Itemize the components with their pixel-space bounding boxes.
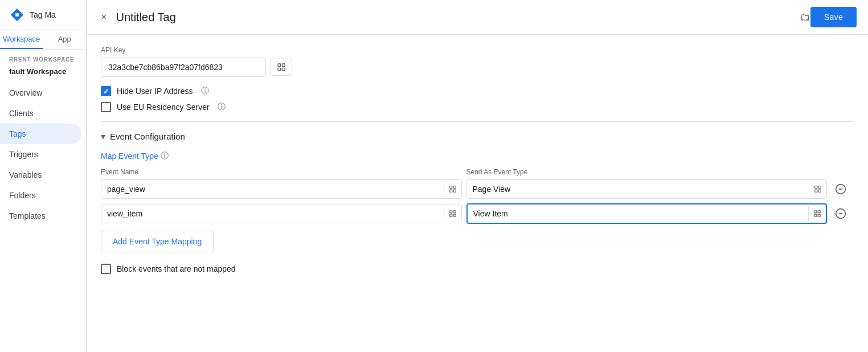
send-as-variable-btn-2[interactable]: [808, 206, 826, 221]
variable-icon-4: [813, 210, 821, 218]
svg-rect-0: [15, 13, 19, 17]
api-key-input[interactable]: [101, 58, 266, 77]
sidebar-item-templates[interactable]: Templates: [0, 206, 81, 226]
svg-rect-2: [282, 64, 285, 67]
use-eu-row: Use EU Residency Server ⓘ: [101, 102, 854, 112]
hide-ip-row: ✓ Hide User IP Address ⓘ: [101, 86, 854, 96]
section-divider: [101, 121, 854, 122]
send-as-variable-btn-1[interactable]: [809, 182, 826, 197]
event-name-wrap-1: [101, 179, 462, 199]
svg-rect-15: [449, 211, 452, 213]
api-key-section: API Key: [101, 46, 854, 77]
event-config-header: ▾ Event Configuration: [101, 131, 854, 142]
event-name-variable-btn-2[interactable]: [444, 206, 461, 221]
svg-rect-8: [449, 190, 452, 192]
svg-rect-7: [453, 190, 456, 192]
svg-rect-10: [818, 186, 821, 189]
api-key-variable-button[interactable]: [271, 59, 292, 76]
sidebar-item-clients[interactable]: Clients: [0, 103, 81, 124]
remove-icon-2: [835, 208, 846, 219]
map-event-type-label: Map Event Type: [101, 152, 158, 161]
hide-ip-help-icon[interactable]: ⓘ: [201, 86, 209, 96]
remove-row-2-button[interactable]: [832, 204, 850, 223]
event-mapping-headers: Event Name Send As Event Type: [101, 168, 854, 176]
block-events-checkbox[interactable]: [101, 264, 111, 274]
svg-rect-6: [453, 186, 456, 189]
svg-rect-4: [278, 68, 281, 71]
hide-ip-checkbox[interactable]: ✓: [101, 86, 111, 96]
svg-rect-12: [815, 190, 817, 192]
api-key-row: [101, 58, 854, 77]
event-name-input-1[interactable]: [101, 180, 444, 198]
svg-rect-17: [453, 214, 456, 216]
add-event-type-mapping-button[interactable]: Add Event Type Mapping: [101, 231, 214, 252]
send-as-input-2[interactable]: [468, 204, 809, 223]
remove-icon-1: [835, 183, 846, 195]
event-name-wrap-2: [101, 204, 462, 223]
sidebar-item-tags[interactable]: Tags: [0, 124, 81, 144]
sidebar-header: Tag Ma: [0, 0, 86, 30]
folder-icon[interactable]: 🗂: [800, 11, 810, 23]
dialog-title: Untitled Tag: [116, 11, 796, 24]
tag-dialog: × Untitled Tag 🗂 Save API Key: [87, 0, 868, 352]
map-event-type-link[interactable]: Map Event Type ⓘ: [101, 151, 169, 161]
dialog-header: × Untitled Tag 🗂 Save: [87, 0, 868, 35]
send-as-input-1[interactable]: [467, 180, 809, 198]
send-as-wrap-2: [466, 203, 828, 224]
hide-ip-label: Hide User IP Address: [117, 87, 193, 96]
sidebar-item-overview[interactable]: Overview: [0, 83, 81, 103]
event-mapping-row-1: [101, 179, 854, 199]
dialog-content: API Key ✓ Hide User IP Address ⓘ: [87, 35, 868, 352]
sidebar-item-folders[interactable]: Folders: [0, 185, 81, 206]
gtm-logo: [9, 7, 25, 23]
block-events-label: Block events that are not mapped: [117, 264, 236, 273]
variable-icon-3: [449, 210, 457, 218]
svg-rect-19: [814, 211, 817, 213]
svg-rect-9: [815, 186, 817, 189]
tab-app[interactable]: App: [43, 30, 87, 49]
collapse-icon[interactable]: ▾: [101, 131, 105, 142]
variable-icon: [277, 63, 286, 72]
event-name-input-2[interactable]: [101, 204, 444, 223]
remove-row-1-button[interactable]: [832, 180, 850, 198]
block-events-row: Block events that are not mapped: [101, 264, 854, 274]
svg-rect-18: [449, 214, 452, 216]
sidebar-item-triggers[interactable]: Triggers: [0, 144, 81, 165]
svg-rect-11: [818, 190, 821, 192]
svg-rect-1: [278, 64, 281, 67]
variable-icon-1: [449, 185, 457, 193]
svg-rect-16: [453, 211, 456, 213]
variable-icon-2: [814, 185, 822, 193]
app-title: Tag Ma: [30, 10, 56, 19]
svg-rect-20: [818, 211, 820, 213]
api-key-label: API Key: [101, 46, 854, 54]
event-mapping-row-2: [101, 203, 854, 224]
event-name-variable-btn-1[interactable]: [444, 182, 461, 197]
svg-rect-21: [818, 214, 820, 216]
close-button[interactable]: ×: [99, 9, 109, 26]
col-send-as-header: Send As Event Type: [466, 168, 828, 176]
event-config-title: Event Configuration: [110, 132, 185, 141]
save-button[interactable]: Save: [810, 7, 857, 27]
use-eu-help-icon[interactable]: ⓘ: [218, 102, 226, 112]
sidebar-tabs: Workspace App: [0, 30, 86, 50]
send-as-wrap-1: [466, 179, 828, 199]
map-event-type-help-icon[interactable]: ⓘ: [161, 151, 169, 161]
workspace-name: fault Workspace: [0, 65, 86, 83]
svg-rect-5: [449, 186, 452, 189]
use-eu-label: Use EU Residency Server: [117, 103, 210, 112]
svg-rect-3: [282, 68, 285, 71]
workspace-section-label: RRENT WORKSPACE: [0, 50, 86, 65]
use-eu-checkbox[interactable]: [101, 102, 111, 112]
tab-workspace[interactable]: Workspace: [0, 30, 43, 49]
sidebar: Tag Ma Workspace App RRENT WORKSPACE fau…: [0, 0, 87, 352]
main-panel: × Untitled Tag 🗂 Save API Key: [87, 0, 868, 352]
col-event-name-header: Event Name: [101, 168, 462, 176]
svg-rect-22: [814, 214, 817, 216]
sidebar-item-variables[interactable]: Variables: [0, 165, 81, 185]
